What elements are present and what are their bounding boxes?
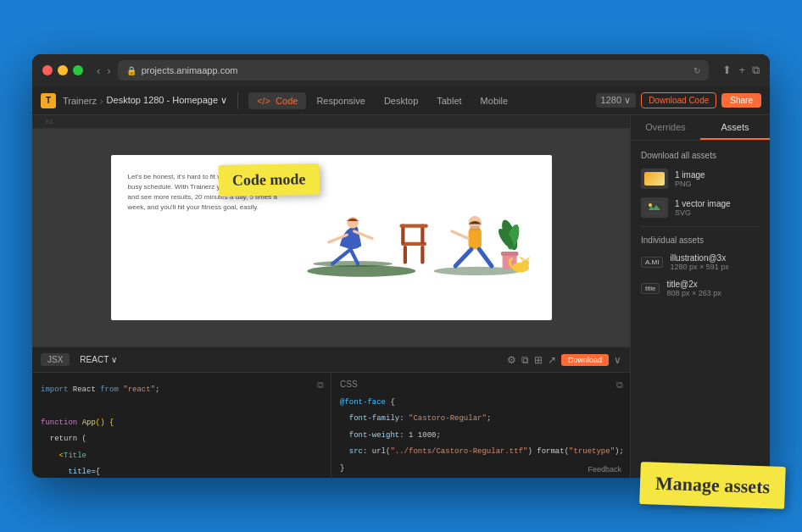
css-section: CSS ⧉ @font-face { font-family: "Castoro… (331, 373, 630, 478)
react-selector[interactable]: REACT ∨ (80, 355, 117, 364)
jsx-line-3: function App() { (41, 413, 322, 429)
jsx-copy-icon[interactable]: ⧉ (317, 380, 324, 391)
code-icon: </> (257, 96, 270, 106)
jsx-line-1: import React from "react"; (41, 380, 322, 396)
reload-icon[interactable]: ↻ (693, 66, 700, 75)
panel-tabs: Overrides Assets (631, 115, 770, 141)
css-line-2: font-family: "Castoro-Regular"; (340, 408, 621, 424)
more-icon[interactable]: ⧉ (752, 64, 760, 77)
illustration-badge: A.MI (641, 257, 663, 268)
feedback-link[interactable]: Feedback (588, 465, 621, 474)
vector-thumb (641, 197, 668, 218)
minimize-button[interactable] (58, 65, 68, 75)
illustration-filename: illustration@3x (670, 253, 760, 263)
jsx-line-4: return ( (41, 429, 322, 445)
asset-illustration[interactable]: A.MI illustration@3x 1280 px × 591 px (641, 253, 760, 271)
css-line-5: } (340, 458, 621, 474)
breadcrumb-separator: › (100, 96, 103, 106)
tab-code[interactable]: </> Code (248, 92, 306, 109)
asset-vector-row[interactable]: 1 vector image SVG (641, 197, 760, 218)
css-line-3: font-weight: 1 1000; (340, 425, 621, 441)
code-mode-note: Code mode (219, 163, 320, 197)
ruler: h1 (32, 115, 630, 129)
vector-info: 1 vector image SVG (675, 199, 760, 217)
share-icon[interactable]: ⬆ (722, 64, 732, 77)
title-info: title@2x 808 px × 263 px (666, 280, 760, 297)
tab-overrides[interactable]: Overrides (631, 115, 700, 140)
app-logo: T (41, 93, 56, 108)
add-tab-icon[interactable]: + (738, 64, 745, 77)
svg-point-19 (521, 259, 529, 267)
copy-icon-toolbar[interactable]: ⧉ (521, 354, 529, 366)
main-area: h1 Let's be honest, it's hard to fit wor… (32, 115, 770, 478)
tab-tablet[interactable]: Tablet (428, 92, 470, 109)
svg-rect-5 (420, 246, 424, 263)
download-all-title: Download all assets (641, 151, 760, 160)
code-panel-body: ⧉ import React from "react"; function Ap… (32, 373, 630, 478)
design-illustration (289, 172, 535, 291)
toolbar-divider (237, 92, 238, 109)
breadcrumb: Trainerz › Desktop 1280 - Homepage ∨ (63, 95, 227, 106)
title-dimensions: 808 px × 263 px (666, 289, 760, 297)
css-copy-icon[interactable]: ⧉ (616, 380, 623, 391)
design-content: Let's be honest, it's hard to fit workin… (111, 155, 552, 320)
download-code-button[interactable]: Download Code (641, 92, 716, 108)
tab-responsive[interactable]: Responsive (308, 92, 373, 109)
address-text: projects.animaapp.com (142, 65, 238, 75)
jsx-line-5: <Title (41, 446, 322, 462)
svg-point-1 (313, 261, 393, 267)
image-info: 1 image PNG (675, 170, 760, 188)
asset-title[interactable]: title title@2x 808 px × 263 px (641, 280, 760, 297)
asset-image-row[interactable]: 1 image PNG (641, 169, 760, 189)
code-tab-jsx[interactable]: JSX (41, 353, 70, 366)
code-mode-text: Code mode (232, 170, 306, 189)
illustration-svg (289, 172, 535, 291)
tab-assets[interactable]: Assets (700, 115, 770, 140)
svg-rect-4 (403, 246, 406, 263)
address-bar[interactable]: 🔒 projects.animaapp.com ↻ (118, 60, 710, 80)
svg-point-0 (307, 265, 415, 277)
tab-code-label: Code (276, 96, 298, 106)
canvas-area: h1 Let's be honest, it's hard to fit wor… (32, 115, 630, 478)
manage-assets-text: Manage assets (655, 473, 771, 498)
external-link-icon[interactable]: ↗ (548, 354, 556, 366)
design-frame: Let's be honest, it's hard to fit workin… (111, 155, 552, 320)
jsx-line-2 (41, 396, 322, 412)
lock-icon: 🔒 (126, 66, 136, 75)
share-button[interactable]: Share (721, 93, 761, 108)
collapse-icon[interactable]: ∨ (614, 354, 621, 366)
forward-icon[interactable]: › (107, 64, 110, 77)
close-button[interactable] (42, 65, 53, 75)
title-badge: title (641, 283, 660, 294)
back-icon[interactable]: ‹ (97, 64, 100, 77)
browser-chrome: ‹ › 🔒 projects.animaapp.com ↻ ⬆ + ⧉ (32, 54, 770, 86)
illustration-dimensions: 1280 px × 591 px (670, 263, 760, 271)
app-toolbar: T Trainerz › Desktop 1280 - Homepage ∨ <… (32, 86, 770, 115)
canvas-viewport[interactable]: Let's be honest, it's hard to fit workin… (32, 129, 630, 346)
code-panel-header: JSX REACT ∨ ⚙ ⧉ ⊞ ↗ Download ∨ (32, 347, 630, 373)
vector-format: SVG (675, 208, 760, 217)
toolbar-tabs: </> Code Responsive Desktop Tablet Mobil… (248, 92, 516, 109)
logo-icon: T (41, 93, 56, 108)
code-panel: JSX REACT ∨ ⚙ ⧉ ⊞ ↗ Download ∨ ⧉ (32, 346, 630, 478)
image-count: 1 image (675, 170, 760, 180)
vector-count: 1 vector image (675, 199, 760, 208)
jsx-section: ⧉ import React from "react"; function Ap… (32, 373, 331, 478)
breadcrumb-trainerz: Trainerz (63, 96, 97, 106)
css-line-6 (340, 474, 621, 478)
illustration-info: illustration@3x 1280 px × 591 px (670, 253, 760, 271)
css-label: CSS (340, 380, 621, 389)
breadcrumb-page: Desktop 1280 - Homepage ∨ (107, 95, 228, 106)
tab-mobile[interactable]: Mobile (472, 92, 516, 109)
svg-rect-8 (399, 224, 427, 227)
settings-icon[interactable]: ⚙ (507, 354, 516, 366)
zoom-selector[interactable]: 1280 ∨ (596, 93, 637, 108)
jsx-line-6: title={ (41, 462, 322, 478)
image-thumb-inner (644, 172, 665, 186)
code-toolbar-icons: ⚙ ⧉ ⊞ ↗ Download ∨ (507, 354, 621, 366)
tab-desktop[interactable]: Desktop (376, 92, 426, 109)
right-panel: Overrides Assets Download all assets 1 i… (630, 115, 770, 478)
maximize-button[interactable] (73, 65, 83, 75)
expand-icon[interactable]: ⊞ (534, 354, 543, 366)
code-download-button[interactable]: Download (561, 354, 609, 366)
